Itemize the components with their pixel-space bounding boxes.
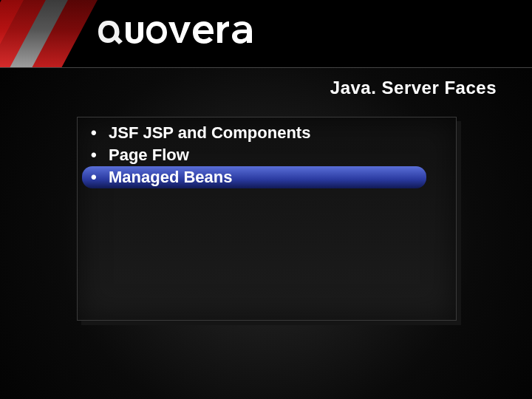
slide: Java. Server Faces JSF JSP and Component… [0,0,532,399]
content-panel: JSF JSP and Components Page Flow Managed… [77,117,457,321]
bullet-list: JSF JSP and Components Page Flow Managed… [78,117,456,188]
bullet-text: Page Flow [109,146,189,164]
header-divider [0,67,532,68]
bullet-text: JSF JSP and Components [109,123,310,142]
list-item: Page Flow [78,144,456,166]
list-item-highlighted: Managed Beans [82,166,426,188]
bullet-text: Managed Beans [109,168,233,186]
list-item: JSF JSP and Components [78,122,456,144]
slide-title: Java. Server Faces [330,78,497,98]
brand-logo [96,16,266,47]
header-bar [0,0,532,68]
quovera-logo-icon [96,16,266,47]
